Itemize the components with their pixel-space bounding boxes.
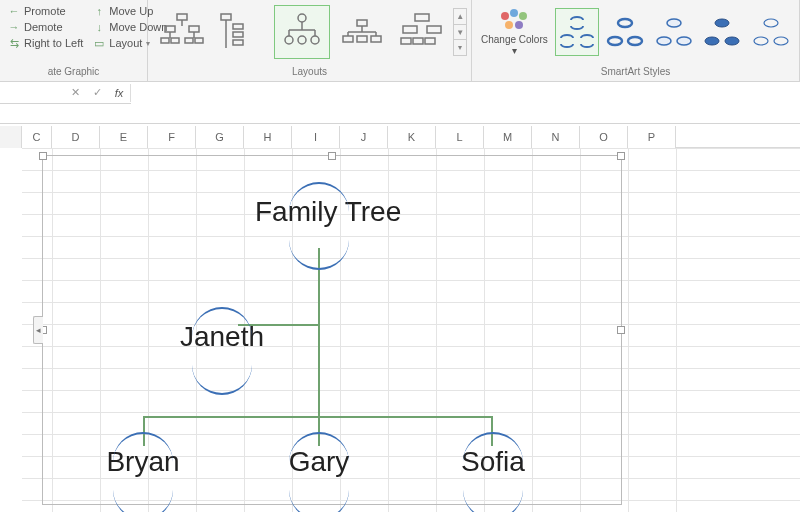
svg-rect-7 bbox=[171, 38, 179, 43]
style-option-4[interactable] bbox=[700, 8, 744, 56]
svg-point-44 bbox=[628, 37, 642, 45]
svg-rect-3 bbox=[189, 26, 199, 32]
column-header[interactable]: E bbox=[100, 126, 148, 148]
svg-point-37 bbox=[501, 12, 509, 20]
node-assistant[interactable]: Janeth bbox=[158, 321, 286, 381]
promote-button[interactable]: ← Promote bbox=[6, 4, 85, 18]
svg-rect-10 bbox=[221, 14, 231, 20]
svg-point-17 bbox=[285, 36, 293, 44]
group-caption-create: ate Graphic bbox=[0, 64, 147, 81]
column-header[interactable]: N bbox=[532, 126, 580, 148]
right-to-left-button[interactable]: ⇆ Right to Left bbox=[6, 36, 85, 50]
change-colors-button[interactable]: Change Colors ▾ bbox=[476, 6, 553, 58]
svg-point-15 bbox=[298, 14, 306, 22]
style-option-2[interactable] bbox=[603, 8, 647, 56]
svg-rect-23 bbox=[357, 20, 367, 26]
column-header[interactable]: K bbox=[388, 126, 436, 148]
scroll-down-icon[interactable]: ▼ bbox=[454, 24, 466, 40]
node-child[interactable]: Sofia bbox=[429, 446, 557, 506]
style-option-5[interactable] bbox=[749, 8, 793, 56]
svg-rect-34 bbox=[401, 38, 411, 44]
node-child[interactable]: Bryan bbox=[79, 446, 207, 506]
layout-option-3[interactable] bbox=[274, 5, 330, 59]
confirm-button[interactable]: ✓ bbox=[86, 82, 108, 104]
scroll-up-icon[interactable]: ▲ bbox=[454, 9, 466, 24]
node-arc bbox=[192, 307, 252, 337]
formula-bar: ✕ ✓ fx bbox=[0, 82, 800, 104]
svg-point-18 bbox=[298, 36, 306, 44]
svg-rect-8 bbox=[185, 38, 193, 43]
chevron-down-icon: ▾ bbox=[512, 45, 517, 56]
group-caption-styles: SmartArt Styles bbox=[472, 64, 799, 81]
node-arc bbox=[113, 432, 173, 462]
column-header[interactable]: H bbox=[244, 126, 292, 148]
svg-rect-0 bbox=[177, 14, 187, 20]
layouts-scroll[interactable]: ▲ ▼ ▾ bbox=[453, 8, 467, 56]
node-arc bbox=[192, 365, 252, 395]
palette-icon bbox=[497, 8, 531, 34]
resize-handle[interactable] bbox=[39, 152, 47, 160]
column-headers: CDEFGHIJKLMNOP bbox=[0, 126, 800, 148]
resize-handle[interactable] bbox=[328, 152, 336, 160]
text-pane-toggle[interactable]: ◂ bbox=[33, 316, 43, 344]
svg-point-39 bbox=[519, 12, 527, 20]
scroll-more-icon[interactable]: ▾ bbox=[454, 39, 466, 55]
svg-rect-25 bbox=[357, 36, 367, 42]
svg-point-50 bbox=[725, 37, 739, 45]
svg-point-41 bbox=[515, 21, 523, 29]
column-header[interactable]: D bbox=[52, 126, 100, 148]
smartart-frame[interactable]: ◂ Family Tree Janeth Bryan Gary Sofia bbox=[42, 155, 622, 505]
layout-option-1[interactable] bbox=[154, 5, 210, 59]
node-arc bbox=[289, 240, 349, 270]
group-smartart-styles: Change Colors ▾ bbox=[472, 0, 800, 81]
layout-option-4[interactable] bbox=[334, 5, 390, 59]
svg-rect-36 bbox=[425, 38, 435, 44]
svg-point-48 bbox=[715, 19, 729, 27]
column-header[interactable]: G bbox=[196, 126, 244, 148]
node-arc bbox=[289, 490, 349, 512]
arrow-left-icon: ← bbox=[8, 5, 20, 17]
demote-button[interactable]: → Demote bbox=[6, 20, 85, 34]
node-arc bbox=[289, 182, 349, 212]
svg-rect-12 bbox=[233, 24, 243, 29]
svg-rect-6 bbox=[161, 38, 169, 43]
cancel-button[interactable]: ✕ bbox=[64, 82, 86, 104]
ribbon: ← Promote → Demote ⇆ Right to Left ↑ Mov… bbox=[0, 0, 800, 82]
node-arc bbox=[463, 490, 523, 512]
node-root[interactable]: Family Tree bbox=[255, 196, 383, 256]
svg-rect-9 bbox=[195, 38, 203, 43]
svg-point-42 bbox=[618, 19, 632, 27]
fx-icon[interactable]: fx bbox=[108, 82, 130, 104]
column-header[interactable]: O bbox=[580, 126, 628, 148]
svg-rect-33 bbox=[427, 26, 441, 33]
formula-input[interactable] bbox=[131, 82, 800, 104]
column-header[interactable]: M bbox=[484, 126, 532, 148]
group-layouts: ▲ ▼ ▾ Layouts bbox=[148, 0, 472, 81]
node-arc bbox=[113, 490, 173, 512]
column-header[interactable]: I bbox=[292, 126, 340, 148]
column-header[interactable]: F bbox=[148, 126, 196, 148]
column-header[interactable]: P bbox=[628, 126, 676, 148]
layout-option-2[interactable] bbox=[214, 5, 270, 59]
style-option-1[interactable] bbox=[555, 8, 599, 56]
select-all-corner[interactable] bbox=[0, 126, 22, 148]
layout-icon: ▭ bbox=[93, 37, 105, 49]
arrow-up-icon: ↑ bbox=[93, 5, 105, 17]
svg-rect-24 bbox=[343, 36, 353, 42]
layout-option-5[interactable] bbox=[394, 5, 450, 59]
column-header[interactable]: L bbox=[436, 126, 484, 148]
svg-point-47 bbox=[677, 37, 691, 45]
rtl-icon: ⇆ bbox=[8, 37, 20, 49]
resize-handle[interactable] bbox=[617, 152, 625, 160]
arrow-down-icon: ↓ bbox=[93, 21, 105, 33]
group-create-graphic: ← Promote → Demote ⇆ Right to Left ↑ Mov… bbox=[0, 0, 148, 81]
node-child[interactable]: Gary bbox=[255, 446, 383, 506]
svg-rect-31 bbox=[415, 14, 429, 21]
column-header[interactable]: C bbox=[22, 126, 52, 148]
svg-rect-35 bbox=[413, 38, 423, 44]
svg-rect-2 bbox=[165, 26, 175, 32]
style-option-3[interactable] bbox=[652, 8, 696, 56]
arrow-right-icon: → bbox=[8, 21, 20, 33]
column-header[interactable]: J bbox=[340, 126, 388, 148]
resize-handle[interactable] bbox=[617, 326, 625, 334]
